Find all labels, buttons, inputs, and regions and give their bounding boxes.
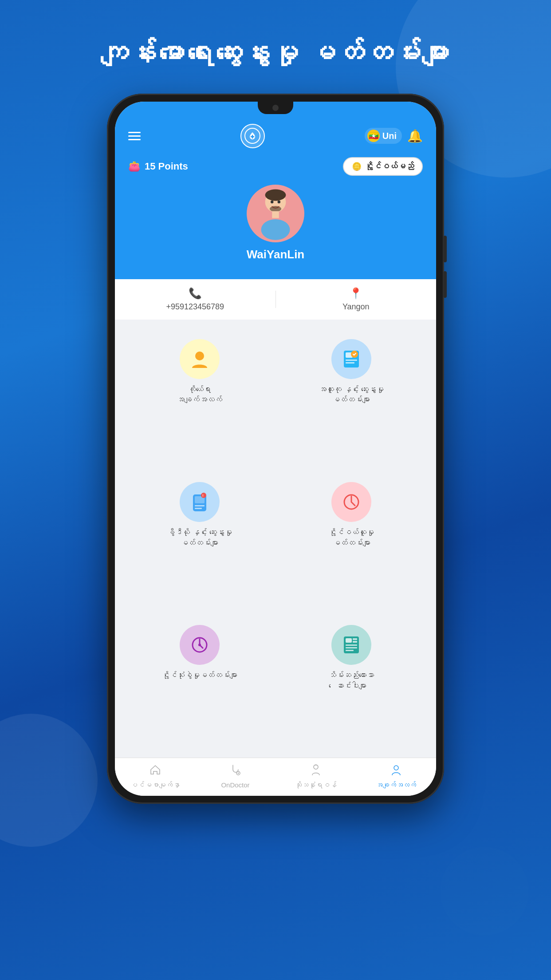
nav-home[interactable]: ပင်မစာမျက်နှာ — [115, 763, 195, 789]
nav-nurse-label: သိုးသနုံးရာဝန် — [295, 781, 337, 789]
svg-rect-19 — [195, 508, 202, 509]
phone-screen: 🇲🇲 Uni 🔔 👛 15 Points 🪙 ငွိုင်ဝယ်မည် — [115, 102, 436, 796]
svg-rect-26 — [353, 641, 357, 643]
svg-rect-33 — [315, 765, 317, 766]
user-avatar-section: WaiYanLin — [247, 185, 305, 261]
page-title: ကျန်းမာရေးဆွေးနွေးမှု မတ်တမ်းများ — [74, 36, 476, 71]
location-icon: 📍 — [349, 287, 362, 300]
svg-rect-18 — [195, 505, 205, 506]
hamburger-menu[interactable] — [128, 132, 141, 140]
payment-history-label: ငွိုင်ဝယ်ယူမှုမတ်တမ်းများ — [329, 527, 374, 549]
volume-down-button — [443, 271, 447, 298]
location-contact: 📍 Yangon — [276, 287, 437, 312]
health-articles-label: သိမ်းဆည်းထားသောဆောင်းပါးများ — [329, 670, 374, 692]
video-docs-label: ဗွီဒီယို နှင့် ဆွေးနွေးမှုမတ်တမ်းများ — [167, 527, 232, 549]
phone-notch — [258, 102, 293, 114]
payment-history-icon-circle — [331, 482, 371, 522]
svg-point-16 — [201, 493, 206, 498]
svg-rect-12 — [346, 362, 354, 364]
payment-history-icon — [340, 491, 362, 513]
profile-icon — [390, 763, 402, 779]
points-display: 👛 15 Points — [128, 161, 188, 172]
nav-profile[interactable]: အချက်အလက် — [356, 763, 436, 789]
svg-rect-11 — [346, 360, 357, 361]
payment-pending-label: ငွိုင်သုံးစွဲမှုမတ်တမ်းများ — [162, 670, 237, 681]
points-row: 👛 15 Points 🪙 ငွိုင်ဝယ်မည် — [128, 157, 423, 176]
health-articles-icon — [340, 634, 362, 656]
wallet-icon: 👛 — [128, 161, 140, 172]
contact-bar: 📞 +959123456789 📍 Yangon — [115, 279, 436, 320]
flag-icon: 🇲🇲 — [367, 130, 380, 142]
svg-rect-25 — [353, 638, 357, 640]
menu-item-payment-history[interactable]: ငွိုင်ဝယ်ယူမှုမတ်တမ်းများ — [276, 471, 427, 614]
language-selector[interactable]: 🇲🇲 Uni — [365, 128, 402, 144]
coin-icon: 🪙 — [352, 162, 362, 171]
svg-point-31 — [237, 772, 239, 774]
avatar-illustration — [247, 185, 304, 242]
svg-point-3 — [271, 200, 274, 203]
menu-grid: ကိုယ်ရေးအချက်အလက် အထူးကု နှင့် ဆွေးနွေးမ… — [115, 320, 436, 758]
topbar-right: 🇲🇲 Uni 🔔 — [365, 128, 423, 144]
svg-rect-7 — [272, 211, 279, 218]
user-name: WaiYanLin — [247, 248, 305, 261]
menu-item-personal-info[interactable]: ကိုယ်ရေးအချက်အလက် — [124, 328, 276, 471]
buy-coins-button[interactable]: 🪙 ငွိုင်ဝယ်မည် — [343, 157, 423, 176]
nurse-icon — [310, 763, 322, 779]
nav-nurse[interactable]: သိုးသနုံးရာဝန် — [276, 763, 356, 789]
home-icon — [149, 763, 161, 779]
nav-ondoctor-label: OnDoctor — [221, 781, 249, 789]
phone-icon: 📞 — [189, 287, 202, 300]
personal-info-icon-circle — [180, 339, 220, 379]
svg-rect-27 — [346, 644, 357, 646]
svg-point-6 — [261, 219, 290, 240]
phone-contact: 📞 +959123456789 — [115, 287, 276, 312]
video-docs-icon: ! — [189, 491, 211, 513]
menu-item-health-articles[interactable]: သိမ်းဆည်းထားသောဆောင်းပါးများ — [276, 614, 427, 757]
personal-info-label: ကိုယ်ရေးအချက်အလက် — [177, 384, 222, 406]
location-value: Yangon — [342, 302, 370, 312]
svg-text:!: ! — [202, 494, 204, 498]
notification-bell-icon[interactable]: 🔔 — [407, 129, 423, 143]
nav-ondoctor[interactable]: OnDoctor — [195, 763, 276, 789]
payment-pending-icon — [189, 634, 211, 656]
stethoscope-icon — [229, 763, 242, 779]
logo-icon — [244, 128, 260, 144]
avatar — [247, 185, 304, 242]
menu-item-appointment-docs[interactable]: အထူးကု နှင့် ဆွေးနွေးမှုမတ်တမ်းများ — [276, 328, 427, 471]
svg-rect-28 — [346, 647, 357, 648]
svg-point-5 — [270, 206, 281, 212]
buy-coins-label: ငွိုင်ဝယ်မည် — [365, 162, 414, 171]
points-value: 15 Points — [145, 161, 188, 172]
nav-profile-label: အချက်အလက် — [376, 781, 416, 789]
payment-pending-icon-circle — [180, 625, 220, 665]
bottom-navigation: ပင်မစာမျက်နှာ OnDoctor — [115, 758, 436, 796]
username-label: Uni — [382, 131, 397, 141]
volume-up-button — [443, 236, 447, 262]
video-docs-icon-circle: ! — [180, 482, 220, 522]
menu-item-video-docs[interactable]: ! ဗွီဒီယို နှင့် ဆွေးနွေးမှုမတ်တမ်းများ — [124, 471, 276, 614]
app-logo — [240, 124, 265, 148]
svg-point-34 — [394, 766, 398, 770]
appointment-docs-icon — [340, 348, 362, 370]
app-topbar: 🇲🇲 Uni 🔔 — [128, 124, 423, 148]
health-articles-icon-circle — [331, 625, 371, 665]
appointment-docs-icon-circle — [331, 339, 371, 379]
svg-rect-24 — [346, 638, 352, 643]
menu-item-payment-pending[interactable]: ငွိုင်သုံးစွဲမှုမတ်တမ်းများ — [124, 614, 276, 757]
svg-point-22 — [198, 644, 201, 646]
svg-rect-29 — [346, 650, 354, 651]
camera — [272, 105, 279, 111]
appointment-docs-label: အထူးကု နှင့် ဆွေးနွေးမှုမတ်တမ်းများ — [319, 384, 383, 406]
personal-info-icon — [189, 348, 211, 370]
svg-point-2 — [265, 189, 286, 201]
svg-point-8 — [195, 352, 204, 360]
phone-number: +959123456789 — [166, 302, 224, 312]
phone-mockup: 🇲🇲 Uni 🔔 👛 15 Points 🪙 ငွိုင်ဝယ်မည် — [107, 94, 444, 804]
nav-home-label: ပင်မစာမျက်နှာ — [130, 781, 180, 789]
app-header: 🇲🇲 Uni 🔔 👛 15 Points 🪙 ငွိုင်ဝယ်မည် — [115, 102, 436, 279]
svg-point-4 — [278, 200, 281, 203]
